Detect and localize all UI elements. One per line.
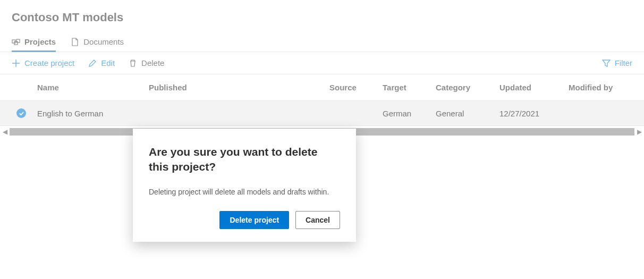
dialog-actions: Delete project Cancel [149,211,340,229]
cancel-button[interactable]: Cancel [295,211,340,229]
dialog-message: Deleting project will delete all models … [149,187,340,197]
confirm-delete-dialog: Are you sure you want to delete this pro… [133,129,356,242]
dialog-title: Are you sure you want to delete this pro… [149,145,340,175]
delete-project-button[interactable]: Delete project [219,211,289,229]
